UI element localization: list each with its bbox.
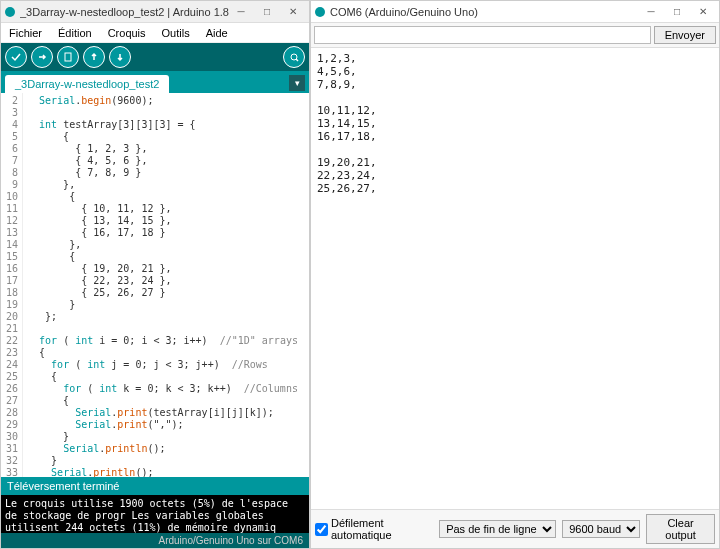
sketch-tab[interactable]: _3Darray-w-nestedloop_test2 [5, 75, 169, 93]
ide-title: _3Darray-w-nestedloop_test2 | Arduino 1.… [20, 6, 229, 18]
open-button[interactable] [83, 46, 105, 68]
close-icon[interactable]: ✕ [691, 3, 715, 21]
ide-window-controls: ─ □ ✕ [229, 3, 305, 21]
ide-tabbar: _3Darray-w-nestedloop_test2 ▾ [1, 71, 309, 93]
new-button[interactable] [57, 46, 79, 68]
menu-file[interactable]: Fichier [5, 25, 46, 41]
menu-edit[interactable]: Édition [54, 25, 96, 41]
serial-monitor-button[interactable] [283, 46, 305, 68]
menu-sketch[interactable]: Croquis [104, 25, 150, 41]
line-numbers: 2345678910111213141516171819202122232425… [1, 93, 23, 477]
code-area[interactable]: Serial.begin(9600); int testArray[3][3][… [23, 93, 302, 477]
monitor-window-controls: ─ □ ✕ [639, 3, 715, 21]
send-button[interactable]: Envoyer [654, 26, 716, 44]
ide-console: Le croquis utilise 1900 octets (5%) de l… [1, 495, 309, 533]
monitor-footer: Défilement automatique Pas de fin de lig… [311, 509, 719, 548]
arduino-ide-window: _3Darray-w-nestedloop_test2 | Arduino 1.… [0, 0, 310, 549]
baud-select[interactable]: 9600 baud [562, 520, 640, 538]
autoscroll-checkbox[interactable]: Défilement automatique [315, 517, 427, 541]
monitor-titlebar: COM6 (Arduino/Genuino Uno) ─ □ ✕ [311, 1, 719, 23]
arduino-logo-icon [5, 7, 15, 17]
ide-menubar: Fichier Édition Croquis Outils Aide [1, 23, 309, 43]
serial-input[interactable] [314, 26, 651, 44]
monitor-title: COM6 (Arduino/Genuino Uno) [330, 6, 639, 18]
tab-menu-icon[interactable]: ▾ [289, 75, 305, 91]
upload-button[interactable] [31, 46, 53, 68]
clear-output-button[interactable]: Clear output [646, 514, 715, 544]
arduino-logo-icon [315, 7, 325, 17]
ide-toolbar [1, 43, 309, 71]
close-icon[interactable]: ✕ [281, 3, 305, 21]
svg-rect-0 [65, 53, 71, 61]
menu-tools[interactable]: Outils [158, 25, 194, 41]
ide-titlebar: _3Darray-w-nestedloop_test2 | Arduino 1.… [1, 1, 309, 23]
line-ending-select[interactable]: Pas de fin de ligne [439, 520, 556, 538]
ide-footer: Arduino/Genuino Uno sur COM6 [1, 533, 309, 548]
save-button[interactable] [109, 46, 131, 68]
monitor-send-row: Envoyer [311, 23, 719, 48]
menu-help[interactable]: Aide [202, 25, 232, 41]
code-editor[interactable]: 2345678910111213141516171819202122232425… [1, 93, 309, 477]
status-bar: Téléversement terminé [1, 477, 309, 495]
minimize-icon[interactable]: ─ [229, 3, 253, 21]
verify-button[interactable] [5, 46, 27, 68]
autoscroll-label: Défilement automatique [331, 517, 427, 541]
serial-monitor-window: COM6 (Arduino/Genuino Uno) ─ □ ✕ Envoyer… [310, 0, 720, 549]
minimize-icon[interactable]: ─ [639, 3, 663, 21]
maximize-icon[interactable]: □ [255, 3, 279, 21]
autoscroll-input[interactable] [315, 523, 328, 536]
serial-output[interactable]: 1,2,3, 4,5,6, 7,8,9, 10,11,12, 13,14,15,… [311, 48, 719, 509]
maximize-icon[interactable]: □ [665, 3, 689, 21]
